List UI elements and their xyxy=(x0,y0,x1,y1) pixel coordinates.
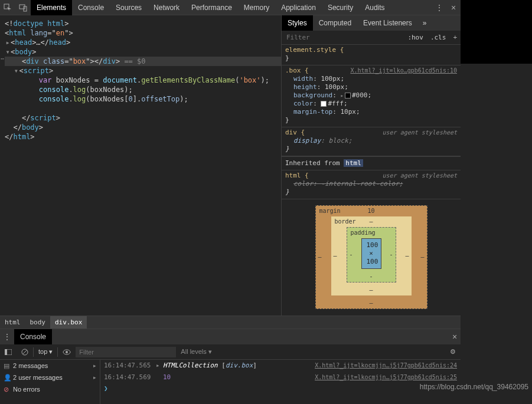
kebab-icon[interactable]: ⋮ xyxy=(432,3,446,12)
tab-elements[interactable]: Elements xyxy=(31,0,72,15)
tab-performance[interactable]: Performance xyxy=(185,0,238,15)
main-tabbar: Elements Console Sources Network Perform… xyxy=(0,0,461,15)
tab-console[interactable]: Console xyxy=(72,0,110,15)
gear-icon[interactable]: ⚙ xyxy=(445,348,461,356)
console-prompt[interactable]: ❯ xyxy=(100,383,461,393)
crumb-body[interactable]: body xyxy=(25,316,51,329)
error-icon: ⊘ xyxy=(4,386,9,393)
tab-styles[interactable]: Styles xyxy=(282,15,313,31)
new-rule-button[interactable]: + xyxy=(449,34,461,41)
sidebar-user-messages[interactable]: ▸👤2 user messages xyxy=(0,372,100,383)
rule-html-ua[interactable]: user agent stylesheet html { color: -int… xyxy=(282,170,461,199)
color-swatch-icon[interactable] xyxy=(321,101,327,107)
svg-rect-4 xyxy=(5,349,7,355)
messages-icon: ▤ xyxy=(4,362,9,370)
more-tabs-icon[interactable]: » xyxy=(418,19,432,27)
drawer-kebab-icon[interactable]: ⋮ xyxy=(0,332,14,341)
console-filter-input[interactable] xyxy=(76,347,176,357)
inspect-icon[interactable] xyxy=(0,4,15,12)
tab-application[interactable]: Application xyxy=(275,0,322,15)
rule-box[interactable]: X.html?_ijt=lko…gpb61cd5nis:10 .box { wi… xyxy=(282,65,461,127)
close-icon[interactable]: × xyxy=(446,3,461,12)
tab-event-listeners[interactable]: Event Listeners xyxy=(357,15,418,31)
svg-point-8 xyxy=(66,351,68,353)
console-sidebar: ▸▤2 messages ▸👤2 user messages ⊘No error… xyxy=(0,360,100,404)
drawer-close-icon[interactable]: × xyxy=(449,332,461,341)
console-log[interactable]: 16:14:47.565 ▸ HTMLCollection [div.box] … xyxy=(100,360,461,404)
tab-audits[interactable]: Audits xyxy=(359,0,390,15)
context-selector[interactable]: top ▾ xyxy=(34,348,57,356)
inherited-header: Inherited from html xyxy=(282,156,461,170)
page-preview xyxy=(461,0,532,64)
log-levels-selector[interactable]: All levels ▾ xyxy=(181,348,211,356)
log-row[interactable]: 16:14:47.565 ▸ HTMLCollection [div.box] … xyxy=(100,360,461,372)
styles-filter-input[interactable] xyxy=(282,34,404,41)
log-row[interactable]: 16:14:47.569 10 X.html?_ijt=lkocmjjn…j5j… xyxy=(100,372,461,383)
selected-element[interactable]: <div class="box"></div> == $0 xyxy=(5,57,281,66)
sidebar-errors[interactable]: ⊘No errors xyxy=(0,383,100,395)
rule-element-style[interactable]: element.style { } xyxy=(282,45,461,65)
user-icon: 👤 xyxy=(4,374,12,382)
breadcrumb: html body div.box xyxy=(0,316,461,329)
source-link[interactable]: X.html?_ijt=lkocmjjn…j5j77gpb61cd5nis:25 xyxy=(315,373,457,382)
tab-computed[interactable]: Computed xyxy=(313,15,357,31)
sidebar-toggle-icon[interactable] xyxy=(0,349,17,355)
selected-marker-icon: ⋯ xyxy=(0,54,4,64)
crumb-divbox[interactable]: div.box xyxy=(50,316,87,329)
source-link[interactable]: X.html?_ijt=lkocmjjn…j5j77gpb61cd5nis:24 xyxy=(315,361,457,370)
cls-button[interactable]: .cls xyxy=(427,34,450,41)
shorthand-arrow-icon[interactable]: ▸ xyxy=(340,93,343,98)
crumb-html[interactable]: html xyxy=(0,316,25,329)
device-icon[interactable] xyxy=(15,4,31,12)
sidebar-messages[interactable]: ▸▤2 messages xyxy=(0,360,100,372)
tab-network[interactable]: Network xyxy=(148,0,185,15)
console-drawer: ⋮ Console × top ▾ All levels ▾ ⚙ ▸▤2 mes… xyxy=(0,329,461,404)
clear-console-icon[interactable] xyxy=(17,349,33,356)
hov-button[interactable]: :hov xyxy=(404,34,427,41)
color-swatch-icon[interactable] xyxy=(345,93,351,98)
elements-panel[interactable]: ⋯ <!doctype html> <html lang="en"> ▸<hea… xyxy=(0,15,281,316)
styles-panel: Styles Computed Event Listeners » :hov .… xyxy=(281,15,461,316)
svg-line-6 xyxy=(22,350,27,354)
tab-security[interactable]: Security xyxy=(322,0,359,15)
drawer-tab-console[interactable]: Console xyxy=(14,329,52,344)
source-link[interactable]: X.html?_ijt=lko…gpb61cd5nis:10 xyxy=(350,67,457,75)
tab-sources[interactable]: Sources xyxy=(110,0,148,15)
tab-memory[interactable]: Memory xyxy=(238,0,275,15)
box-model[interactable]: margin 10 – – – border – – – – padding -… xyxy=(282,199,461,315)
rule-div-ua[interactable]: user agent stylesheet div { display: blo… xyxy=(282,127,461,156)
live-expression-icon[interactable] xyxy=(58,349,76,355)
